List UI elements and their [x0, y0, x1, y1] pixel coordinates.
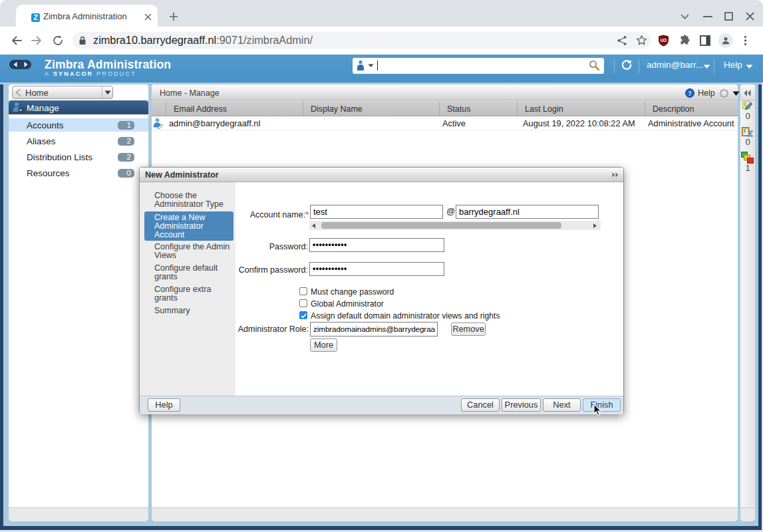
svg-text:?: ? [688, 90, 692, 97]
svg-text:UO: UO [661, 38, 667, 43]
